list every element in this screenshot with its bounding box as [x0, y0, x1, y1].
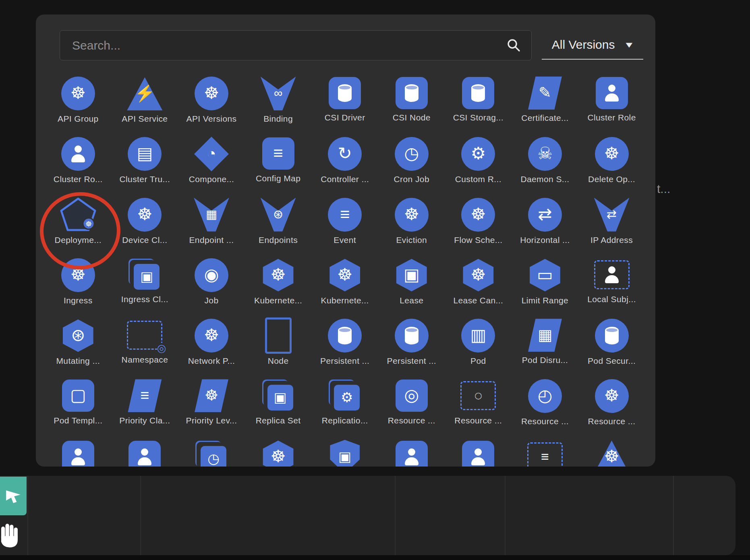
resource-icon: ▣	[267, 385, 293, 411]
grid-item-pod-secur[interactable]: Pod Secur...	[578, 304, 645, 365]
grid-item-csi-node[interactable]: CSI Node	[378, 62, 445, 122]
resource-icon: ⚙	[334, 385, 360, 411]
icon-glyph: ▣	[140, 270, 153, 283]
resource-icon: ⇄	[528, 198, 562, 232]
resource-icon: ▥	[461, 319, 495, 353]
grid-item-pod-disru[interactable]: ▦Pod Disru...	[512, 304, 578, 365]
grid-item-row7-58[interactable]: ▣	[311, 425, 378, 467]
version-filter-dropdown[interactable]: All Versions ▼	[542, 31, 643, 60]
grid-item-persistent[interactable]: Persistent ...	[311, 304, 378, 365]
grid-item-kubernete[interactable]: ☸Kubernete...	[245, 244, 312, 304]
cylinder-glyph	[338, 84, 352, 102]
grid-item-resource[interactable]: ◌Resource ...	[445, 365, 512, 425]
grid-item-replicatio[interactable]: ⚙Replicatio...	[311, 365, 378, 425]
grid-item-device-cl[interactable]: ☸Device Cl...	[112, 183, 178, 244]
icon-glyph: ◌	[474, 388, 482, 402]
grid-item-pod[interactable]: ▥Pod	[445, 304, 512, 365]
grid-item-resource[interactable]: ◎Resource ...	[378, 365, 445, 425]
hand-tool-button[interactable]	[0, 519, 21, 550]
grid-item-job[interactable]: ◉Job	[178, 244, 245, 304]
grid-item-label: Resource ...	[454, 416, 502, 425]
resource-icon: ◔	[194, 137, 229, 171]
grid-item-delete-op[interactable]: ☸Delete Op...	[578, 122, 645, 183]
grid-item-row7-60[interactable]	[445, 425, 512, 467]
grid-item-api-group[interactable]: ☸API Group	[45, 62, 112, 122]
grid-item-pod-templ[interactable]: ▢Pod Templ...	[45, 365, 112, 425]
grid-item-limit-range[interactable]: ▭Limit Range	[512, 244, 578, 304]
resource-icon: ☸	[395, 198, 429, 232]
grid-item-endpoints[interactable]: ⊛Endpoints	[245, 183, 312, 244]
resource-icon: ≡	[527, 442, 563, 467]
grid-item-row7-62[interactable]: ☸	[578, 425, 645, 467]
grid-item-controller[interactable]: ↻Controller ...	[311, 122, 378, 183]
grid-item-resource[interactable]: ☸Resource ...	[578, 365, 645, 425]
person-glyph	[404, 448, 419, 465]
grid-item-label: Namespace	[122, 355, 168, 365]
grid-item-cron-job[interactable]: ◷Cron Job	[378, 122, 445, 183]
icon-glyph: ▤	[137, 145, 153, 162]
grid-item-lease-can[interactable]: ☸Lease Can...	[445, 244, 512, 304]
icon-glyph: ☸	[204, 85, 219, 102]
grid-item-mutating[interactable]: ⊛Mutating ...	[45, 304, 112, 365]
grid-item-csi-storag[interactable]: CSI Storag...	[445, 62, 512, 122]
grid-item-row7-56[interactable]: ◷	[178, 425, 245, 467]
grid-item-replica-set[interactable]: ▣Replica Set	[245, 365, 312, 425]
cylinder-glyph	[605, 327, 619, 344]
resource-icon: ☸	[461, 258, 495, 292]
grid-item-api-service[interactable]: ⚡API Service	[112, 62, 178, 122]
grid-item-local-subj[interactable]: Local Subj...	[578, 244, 645, 304]
grid-item-config-map[interactable]: ≡Config Map	[245, 122, 312, 183]
grid-item-row7-61[interactable]: ≡	[512, 425, 578, 467]
grid-item-node[interactable]: Node	[245, 304, 312, 365]
grid-item-event[interactable]: ≡Event	[311, 183, 378, 244]
search-input[interactable]	[60, 39, 501, 52]
icon-glyph: ◷	[404, 145, 419, 162]
grid-item-kubernete[interactable]: ☸Kubernete...	[311, 244, 378, 304]
hand-icon	[0, 521, 20, 548]
grid-item-csi-driver[interactable]: CSI Driver	[311, 62, 378, 122]
cursor-arrow-icon	[5, 487, 22, 504]
grid-item-eviction[interactable]: ☸Eviction	[378, 183, 445, 244]
grid-item-priority-cla[interactable]: ≡Priority Cla...	[112, 365, 178, 425]
resource-icon: ≡	[262, 137, 294, 170]
grid-item-ip-address[interactable]: ⇄IP Address	[578, 183, 645, 244]
grid-item-ingress[interactable]: ☸Ingress	[45, 244, 112, 304]
icon-glyph: ▣	[404, 266, 420, 283]
grid-item-lease[interactable]: ▣Lease	[378, 244, 445, 304]
grid-item-endpoint[interactable]: ▦Endpoint ...	[178, 183, 245, 244]
icon-glyph: ☸	[337, 266, 352, 283]
grid-item-persistent[interactable]: Persistent ...	[378, 304, 445, 365]
grid-item-cluster-role[interactable]: Cluster Role	[578, 62, 645, 122]
grid-item-resource[interactable]: ◴Resource ...	[512, 365, 578, 425]
grid-item-horizontal[interactable]: ⇄Horizontal ...	[512, 183, 578, 244]
icon-glyph: ▥	[470, 327, 487, 344]
resource-icon: ▦	[528, 319, 562, 352]
resource-icon: ▣	[329, 440, 361, 467]
grid-item-compone[interactable]: ◔Compone...	[178, 122, 245, 183]
grid-item-binding[interactable]: ∞Binding	[245, 62, 312, 122]
grid-item-deployme[interactable]: ☸Deployme...	[45, 183, 112, 244]
grid-item-row7-57[interactable]: ☸	[245, 425, 312, 467]
icon-glyph: ✎	[539, 85, 551, 100]
grid-item-label: Replica Set	[256, 416, 301, 425]
grid-item-daemon-s[interactable]: ☠Daemon S...	[512, 122, 578, 183]
icon-glyph: ☠	[537, 145, 553, 162]
cylinder-glyph	[471, 84, 485, 102]
grid-item-custom-r[interactable]: ⚙Custom R...	[445, 122, 512, 183]
select-tool-button[interactable]	[0, 477, 27, 515]
grid-item-cluster-tru[interactable]: ▤Cluster Tru...	[112, 122, 178, 183]
grid-item-network-p[interactable]: ☸Network P...	[178, 304, 245, 365]
grid-item-cluster-ro[interactable]: Cluster Ro...	[45, 122, 112, 183]
grid-item-row7-54[interactable]	[45, 425, 112, 467]
grid-item-row7-55[interactable]	[112, 425, 178, 467]
icon-glyph: ▦	[206, 208, 217, 220]
grid-item-ingress-cl[interactable]: ▣Ingress Cl...	[112, 244, 178, 304]
grid-item-namespace[interactable]: ◎Namespace	[112, 304, 178, 365]
grid-item-row7-59[interactable]	[378, 425, 445, 467]
grid-item-api-versions[interactable]: ☸API Versions	[178, 62, 245, 122]
grid-item-certificate[interactable]: ✎Certificate...	[512, 62, 578, 122]
icon-glyph: ⇄	[607, 208, 617, 220]
resource-icon: ☸	[61, 77, 95, 110]
grid-item-priority-lev[interactable]: ☸Priority Lev...	[178, 365, 245, 425]
grid-item-flow-sche[interactable]: ☸Flow Sche...	[445, 183, 512, 244]
